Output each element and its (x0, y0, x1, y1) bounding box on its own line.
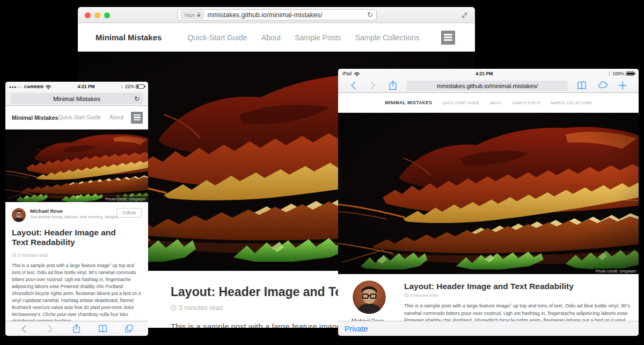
back-icon[interactable] (349, 81, 358, 90)
device-label: iPad (342, 71, 352, 76)
ipad-toolbar: mmistakes.github.io/minimal-mistakes/ (338, 78, 639, 93)
private-button[interactable]: Private (345, 325, 368, 333)
clock-icon (12, 253, 16, 257)
nav-link-sample-posts[interactable]: Sample Posts (295, 33, 341, 42)
composition-canvas: https mmistakes.github.io/minimal-mistak… (0, 0, 644, 345)
leaves-photo (5, 130, 148, 202)
iphone-feature-image: Photo credit: Unsplash (5, 130, 148, 202)
author-name: Michael Rose (30, 208, 116, 214)
desktop-titlebar: https mmistakes.github.io/minimal-mistak… (78, 7, 475, 23)
private-browsing-bar: Private (338, 321, 639, 336)
nav-link-sample-collections[interactable]: SAMPLE COLLECTIONS (551, 101, 592, 105)
status-time: 4:21 PM (52, 84, 121, 89)
fullscreen-icon[interactable] (460, 11, 469, 19)
new-tab-icon[interactable] (617, 80, 628, 91)
nav-link-sample-posts[interactable]: SAMPLE POSTS (512, 101, 540, 105)
nav-link-sample-collections[interactable]: Sample Collections (355, 33, 420, 42)
nav-link-quick-start-guide[interactable]: Quick-Start Guide (58, 114, 100, 120)
minimize-window-button[interactable] (94, 12, 100, 18)
nav-link-about[interactable]: About (261, 33, 281, 42)
bookmarks-icon[interactable] (98, 324, 108, 334)
desktop-url-text: mmistakes.github.io/minimal-mistakes/ (208, 11, 365, 19)
forward-icon[interactable] (368, 81, 377, 90)
iphone-url-field[interactable]: Minimal Mistakes ↻ (10, 93, 143, 104)
leaves-photo (338, 113, 639, 274)
tabs-icon[interactable] (124, 324, 134, 334)
iphone-safari: ●●●○○ CARRIER 4:21 PM ᛒ 22% Minimal Mist… (5, 82, 148, 336)
battery-icon (136, 84, 144, 89)
nav-link-quick-start-guide[interactable]: Quick-Start Guide (187, 33, 247, 42)
iphone-url-title: Minimal Mistakes (53, 96, 100, 102)
menu-toggle-button[interactable] (131, 112, 143, 124)
iphone-url-bar: Minimal Mistakes ↻ (5, 91, 148, 106)
site-brand-link[interactable]: MINIMAL MISTAKES (385, 100, 432, 105)
reload-icon[interactable]: ↻ (134, 95, 140, 103)
avatar (353, 281, 386, 314)
article-title: Layout: Header Image and Text Readabilit… (12, 228, 133, 247)
share-icon[interactable] (71, 324, 82, 334)
nav-link-about[interactable]: ABOUT (489, 101, 502, 105)
ipad-site-nav: MINIMAL MISTAKES QUICK-START GUIDE ABOUT… (338, 93, 639, 113)
https-label: https (184, 12, 195, 18)
battery-percent: 100% (612, 71, 624, 76)
ipad-safari: iPad 4:21 PM ᛒ 100% mmistakes.github.io/… (338, 69, 639, 336)
nav-link-quick-start-guide[interactable]: QUICK-START GUIDE (442, 101, 479, 105)
reload-icon[interactable]: ↻ (367, 11, 373, 19)
bluetooth-icon: ᛒ (121, 84, 123, 89)
wifi-icon (354, 71, 360, 76)
avatar (12, 208, 26, 222)
iphone-article: Michael Rose Just another boring, tattoo… (5, 202, 148, 336)
lock-icon (197, 12, 201, 17)
forward-icon[interactable] (45, 324, 55, 334)
clock-icon (171, 305, 177, 311)
clock-icon (404, 293, 408, 297)
back-icon[interactable] (19, 324, 29, 334)
bookmarks-icon[interactable] (576, 80, 587, 91)
photo-credit-label: Photo credit: Unsplash (103, 196, 148, 202)
ipad-url-field[interactable]: mmistakes.github.io/minimal-mistakes/ (407, 81, 568, 91)
article-body: This is a sample post with a large featu… (12, 262, 142, 325)
read-time: 3 minutes read (12, 253, 142, 258)
photo-credit-label: Photo credit: Unsplash (593, 268, 639, 274)
wifi-icon (45, 84, 52, 89)
menu-toggle-button[interactable] (441, 31, 455, 45)
author-info: Michael Rose Just another boring, tattoo… (30, 208, 116, 219)
signal-dots-icon: ●●●○○ (9, 85, 23, 89)
site-brand-link[interactable]: Minimal Mistakes (12, 114, 58, 121)
author-bio: Just another boring, tattooed, time trav… (30, 215, 116, 219)
zoom-window-button[interactable] (104, 12, 110, 18)
iphone-status-bar: ●●●○○ CARRIER 4:21 PM ᛒ 22% (5, 82, 148, 91)
https-badge: https (181, 11, 204, 19)
desktop-site-nav: Minimal Mistakes Quick-Start Guide About… (78, 23, 475, 52)
ipad-feature-image: Photo credit: Unsplash (338, 113, 639, 274)
article-title: Layout: Header Image and Text Readabilit… (404, 282, 631, 291)
carrier-label: CARRIER (24, 84, 43, 89)
icloud-tabs-icon[interactable] (598, 80, 609, 91)
site-brand-link[interactable]: Minimal Mistakes (96, 33, 162, 42)
share-icon[interactable] (387, 80, 398, 91)
status-time: 4:21 PM (360, 71, 608, 76)
iphone-bottom-toolbar (5, 321, 148, 336)
close-window-button[interactable] (85, 12, 91, 18)
bluetooth-icon: ᛒ (608, 71, 611, 76)
read-time: 3 minutes read (404, 293, 631, 298)
author-row: Michael Rose Just another boring, tattoo… (12, 208, 142, 222)
desktop-url-field[interactable]: https mmistakes.github.io/minimal-mistak… (177, 9, 377, 20)
follow-button[interactable]: Follow (116, 208, 142, 218)
battery-icon (626, 71, 634, 76)
nav-link-about[interactable]: About (109, 114, 123, 120)
iphone-site-nav: Minimal Mistakes Quick-Start Guide About (5, 106, 148, 130)
battery-percent: 22% (125, 84, 134, 89)
ipad-status-bar: iPad 4:21 PM ᛒ 100% (338, 69, 639, 78)
